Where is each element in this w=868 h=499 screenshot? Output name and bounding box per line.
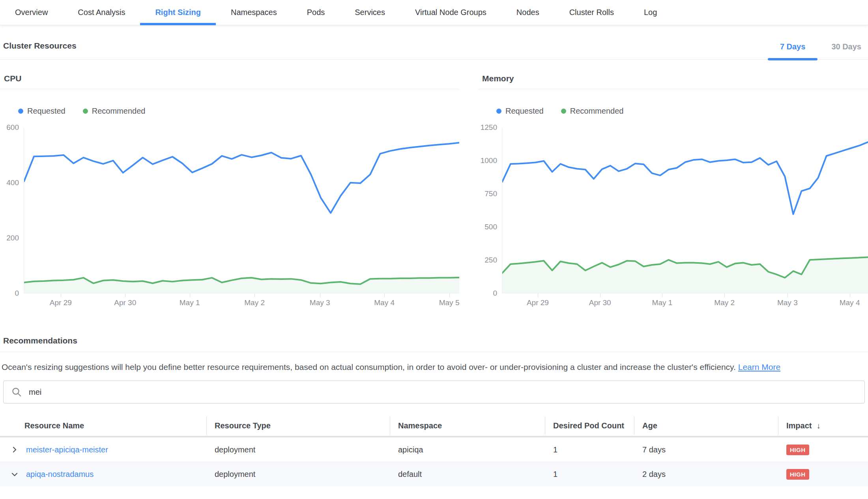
x-tick-mark [190,293,190,297]
plot-area [502,128,868,293]
description-text: Ocean's resizing suggestions will help y… [2,362,736,371]
x-tick-label: May 2 [714,298,735,307]
page-title: Cluster Resources [3,41,77,59]
age-cell: 7 days [634,445,778,454]
y-tick-label: 1250 [481,123,497,132]
column-header-label: Resource Name [24,421,84,430]
recommendations-description: Ocean's resizing suggestions will help y… [2,362,868,372]
y-tick-label: 400 [6,178,19,187]
tab-virtual-node-groups[interactable]: Virtual Node Groups [400,0,501,25]
resource-name-link[interactable]: apiqa-nostradamus [26,470,94,479]
series-line-requested [24,143,459,213]
tab-services[interactable]: Services [340,0,400,25]
y-axis-labels: 025050075010001250 [478,128,502,293]
resource-type-cell: deployment [206,470,390,479]
column-header-label: Resource Type [215,421,271,430]
impact-cell: HIGH [778,445,868,455]
charts-row: CPU RequestedRecommended 0200400600 Apr … [0,74,868,311]
legend-item-requested[interactable]: Requested [496,107,544,116]
x-tick-label: Apr 30 [589,298,611,307]
namespace-cell: default [390,470,545,479]
column-header-resource-name[interactable]: Resource Name [0,421,206,430]
memory-chart-panel: Memory RequestedRecommended 025050075010… [478,74,868,311]
series-line-requested [502,142,868,214]
tab-cluster-rolls[interactable]: Cluster Rolls [554,0,629,25]
tab-namespaces[interactable]: Namespaces [216,0,292,25]
legend-dot-icon [18,109,23,114]
top-tab-bar: OverviewCost AnalysisRight SizingNamespa… [0,0,868,25]
column-header-label: Impact [786,421,812,430]
impact-badge: HIGH [786,445,809,455]
column-header-age[interactable]: Age [634,421,778,430]
resource-type-cell: deployment [206,445,390,454]
tab-right-sizing[interactable]: Right Sizing [140,0,216,25]
legend-dot-icon [496,109,501,114]
column-header-label: Namespace [398,421,442,430]
x-tick-mark [449,293,450,297]
learn-more-link[interactable]: Learn More [738,362,780,371]
cluster-resources-header: Cluster Resources 7 Days30 Days [0,25,868,60]
chevron-down-icon[interactable] [10,470,19,479]
resource-name-cell: apiqa-nostradamus [0,470,206,479]
sort-descending-icon[interactable]: ↓ [816,421,820,430]
impact-cell: HIGH [778,469,868,480]
x-tick-mark [61,293,61,297]
search-input[interactable] [29,388,857,397]
x-tick-label: May 4 [840,298,860,307]
range-tab-7-days[interactable]: 7 Days [780,42,806,59]
chart-legend: RequestedRecommended [496,107,868,116]
x-tick-label: May 3 [777,298,798,307]
column-header-resource-type[interactable]: Resource Type [206,421,390,430]
x-tick-mark [254,293,255,297]
column-header-impact[interactable]: Impact↓ [778,421,868,430]
cpu-chart-panel: CPU RequestedRecommended 0200400600 Apr … [0,74,459,311]
search-icon [11,387,22,397]
y-tick-label: 250 [485,256,497,265]
tab-nodes[interactable]: Nodes [501,0,554,25]
recommendations-header: Recommendations [0,336,868,352]
tab-pods[interactable]: Pods [292,0,340,25]
table-row: meister-apiciqa-meisterdeploymentapiciqa… [0,437,868,462]
chart-legend: RequestedRecommended [18,107,459,116]
x-axis-labels: Apr 29Apr 30May 1May 2May 3May 4 [502,293,868,311]
tab-overview[interactable]: Overview [0,0,63,25]
chevron-right-icon[interactable] [10,445,19,454]
x-tick-mark [320,293,320,297]
column-header-namespace[interactable]: Namespace [390,421,545,430]
tab-log[interactable]: Log [629,0,672,25]
x-tick-label: May 5 [439,298,460,307]
legend-label: Recommended [570,107,624,116]
x-tick-mark [662,293,662,297]
x-tick-label: Apr 29 [50,298,72,307]
y-tick-label: 1000 [481,156,497,165]
y-tick-label: 0 [493,289,497,298]
table-header: Resource NameResource TypeNamespaceDesir… [0,415,868,437]
age-cell: 2 days [634,470,778,479]
resource-name-link[interactable]: meister-apiciqa-meister [26,445,108,454]
x-tick-label: Apr 30 [114,298,136,307]
table-row: apiqa-nostradamusdeploymentdefault12 day… [0,462,868,486]
column-header-desired-pod-count[interactable]: Desired Pod Count [545,421,634,430]
x-tick-mark [850,293,850,297]
legend-dot-icon [83,109,88,114]
legend-label: Requested [27,107,65,116]
x-tick-label: May 1 [180,298,200,307]
x-tick-mark [384,293,385,297]
y-tick-label: 200 [6,234,19,242]
legend-item-recommended[interactable]: Recommended [561,107,624,116]
column-header-label: Age [642,421,657,430]
x-tick-label: May 2 [244,298,265,307]
table-body: meister-apiciqa-meisterdeploymentapiciqa… [0,437,868,486]
legend-item-requested[interactable]: Requested [18,107,65,116]
series-area-recommended [24,278,459,293]
time-range-tabs: 7 Days30 Days [780,42,861,59]
desired-pod-count-cell: 1 [545,470,634,479]
legend-dot-icon [561,109,566,114]
legend-item-recommended[interactable]: Recommended [83,107,146,116]
resource-name-cell: meister-apiciqa-meister [0,445,206,454]
range-tab-30-days[interactable]: 30 Days [831,42,861,59]
x-tick-mark [788,293,788,297]
y-tick-label: 500 [485,223,497,231]
x-tick-mark [600,293,600,297]
tab-cost-analysis[interactable]: Cost Analysis [63,0,140,25]
